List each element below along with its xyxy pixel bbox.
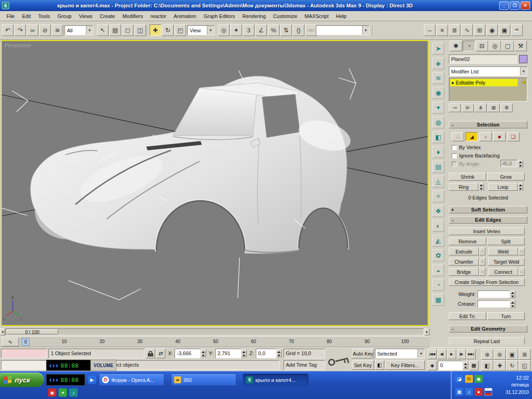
taskbar-clock[interactable]: 12:32 пятница 31.12.2010 xyxy=(506,374,529,396)
rectangular-selection-region-button[interactable]: ◻ xyxy=(122,24,133,36)
loop-button[interactable]: Loop xyxy=(488,183,518,191)
weight-field[interactable] xyxy=(478,290,510,298)
side-toolbar-icon[interactable]: ✿ xyxy=(432,249,444,261)
z-coordinate-spinner[interactable] xyxy=(277,350,282,357)
chevron-down-icon[interactable]: ▼ xyxy=(86,26,93,35)
edit-named-selection-sets-button[interactable]: {} xyxy=(293,24,304,36)
arc-rotate-button[interactable]: ↻ xyxy=(506,360,518,371)
menu-item[interactable]: Group xyxy=(54,12,75,20)
current-frame-field[interactable]: 0 xyxy=(438,361,463,370)
window-crossing-toggle[interactable]: ◫ xyxy=(134,24,146,36)
make-unique-button[interactable]: ⋔ xyxy=(475,103,487,112)
crease-spinner[interactable] xyxy=(510,300,515,308)
time-configuration-button[interactable]: ▦ xyxy=(469,361,478,370)
y-coordinate-field[interactable]: 2,791 xyxy=(215,349,241,358)
spinner-snap-toggle-button[interactable]: ⇅ xyxy=(280,24,292,36)
schematic-view-button[interactable]: ⊞ xyxy=(474,24,485,36)
select-and-scale-button[interactable]: ◰ xyxy=(175,24,186,36)
menu-item[interactable]: Edit xyxy=(18,12,35,20)
menu-item[interactable]: Tools xyxy=(35,12,54,20)
side-toolbar-icon[interactable]: ◔ xyxy=(432,279,444,291)
quick-launch-icon[interactable]: ♪ xyxy=(69,388,78,397)
by-angle-field[interactable]: 45,0 xyxy=(501,160,517,167)
material-editor-button[interactable]: ◉ xyxy=(486,24,498,36)
modifier-list-dropdown[interactable]: Modifier List ▼ xyxy=(449,66,527,76)
tab-hierarchy[interactable]: ⊟ xyxy=(476,41,488,51)
vertex-subobject-button[interactable]: ∴ xyxy=(452,132,464,141)
ignore-backfacing-checkbox[interactable] xyxy=(452,153,457,158)
extrude-button[interactable]: Extrude xyxy=(449,248,479,255)
polygon-subobject-button[interactable]: ■ xyxy=(493,132,506,141)
redo-button[interactable]: ↷ xyxy=(14,24,26,36)
side-toolbar-icon[interactable]: ✧ xyxy=(432,190,444,202)
tab-create[interactable]: ✱ xyxy=(450,41,462,51)
time-slider-handle[interactable]: 0 / 100 xyxy=(6,329,58,334)
menu-item[interactable]: File xyxy=(3,12,18,20)
absolute-relative-toggle[interactable]: ⇄ xyxy=(156,349,165,358)
create-shape-button[interactable]: Create Shape From Selection xyxy=(449,278,525,286)
border-subobject-button[interactable]: ○ xyxy=(479,132,492,141)
weight-spinner[interactable] xyxy=(510,290,515,298)
y-coordinate-spinner[interactable] xyxy=(242,350,247,357)
menu-item[interactable]: Rendering xyxy=(239,12,270,20)
object-name-field[interactable]: Plane02 xyxy=(449,54,517,64)
x-coordinate-field[interactable]: -3,666 xyxy=(175,349,200,358)
curve-editor-button[interactable]: ∿ xyxy=(461,24,473,36)
side-toolbar-icon[interactable]: ➤ xyxy=(432,42,444,54)
side-toolbar-icon[interactable]: ▦ xyxy=(432,294,444,306)
pan-button[interactable]: ✚ xyxy=(494,360,506,371)
side-toolbar-icon[interactable]: ◬ xyxy=(432,175,444,187)
side-toolbar-icon[interactable]: ◭ xyxy=(432,235,444,247)
field-of-view-button[interactable]: ◧ xyxy=(481,360,493,371)
rollout-edit-geometry[interactable]: - Edit Geometry xyxy=(449,325,527,332)
go-to-end-button[interactable]: ▶▶| xyxy=(466,349,476,359)
min-max-toggle-button[interactable]: ◱ xyxy=(519,360,531,371)
perspective-viewport[interactable]: Perspective xyxy=(1,40,429,326)
ring-spinner[interactable] xyxy=(479,183,484,190)
time-slider-track[interactable]: 0 / 100 xyxy=(6,328,424,335)
by-vertex-checkbox[interactable] xyxy=(452,145,457,150)
extrude-settings-button[interactable]: □ xyxy=(479,248,485,255)
keyable-filter-toggle[interactable]: ◧ xyxy=(375,360,384,370)
select-by-name-button[interactable]: ▤ xyxy=(109,24,121,36)
named-selection-combo[interactable]: ▼ xyxy=(316,25,369,35)
side-toolbar-icon[interactable]: ◧ xyxy=(432,131,444,143)
title-bar[interactable]: 6 крыло и капот4.max - Project Folder: C… xyxy=(0,0,532,11)
chevron-down-icon[interactable]: ▼ xyxy=(362,26,369,35)
by-angle-checkbox[interactable] xyxy=(452,162,457,167)
tray-language-icon[interactable]: RU xyxy=(484,388,492,396)
tray-volume-icon[interactable]: ♫ xyxy=(465,388,473,396)
configure-modifier-sets-button[interactable]: ⚙ xyxy=(501,103,513,112)
snaps-toggle-button[interactable]: 3 xyxy=(243,24,254,36)
quick-launch-icon[interactable]: ✦ xyxy=(59,388,67,397)
previous-frame-button[interactable]: ◀| xyxy=(437,349,447,359)
tab-motion[interactable]: ◎ xyxy=(489,41,501,51)
weld-settings-button[interactable]: □ xyxy=(519,248,525,255)
maximize-button[interactable]: ❐ xyxy=(510,1,520,10)
chamfer-settings-button[interactable]: □ xyxy=(479,258,485,266)
play-button[interactable]: ▶ xyxy=(447,349,456,359)
zoom-extents-button[interactable]: ▣ xyxy=(506,349,518,360)
z-coordinate-field[interactable]: 0,0 xyxy=(256,349,276,358)
minimize-button[interactable]: _ xyxy=(499,1,509,10)
zoom-button[interactable]: ⊕ xyxy=(481,349,493,360)
grow-button[interactable]: Grow xyxy=(487,173,525,181)
side-toolbar-icon[interactable]: ▤ xyxy=(432,161,444,173)
zoom-all-button[interactable]: ⊚ xyxy=(494,349,506,360)
chevron-down-icon[interactable]: ▼ xyxy=(417,349,424,358)
mirror-button[interactable]: ⇔ xyxy=(424,24,435,36)
layer-manager-button[interactable]: ≣ xyxy=(449,24,460,36)
viewport-canvas[interactable]: Z x y xyxy=(2,41,428,325)
side-toolbar-icon[interactable]: ❖ xyxy=(432,205,444,217)
keyboard-shortcut-override-toggle[interactable]: ABC xyxy=(305,24,317,36)
side-toolbar-icon[interactable]: ♦ xyxy=(432,146,444,158)
start-button[interactable]: пуск xyxy=(0,373,44,387)
weld-button[interactable]: Weld xyxy=(488,248,518,255)
remove-button[interactable]: Remove xyxy=(449,237,486,245)
select-and-manipulate-button[interactable]: ✦ xyxy=(230,24,242,36)
tab-display[interactable]: ▢ xyxy=(502,41,514,51)
loop-spinner[interactable] xyxy=(518,183,523,190)
target-weld-button[interactable]: Target Weld xyxy=(488,258,525,266)
selection-lock-toggle[interactable] xyxy=(146,349,155,358)
object-color-swatch[interactable] xyxy=(519,55,527,63)
